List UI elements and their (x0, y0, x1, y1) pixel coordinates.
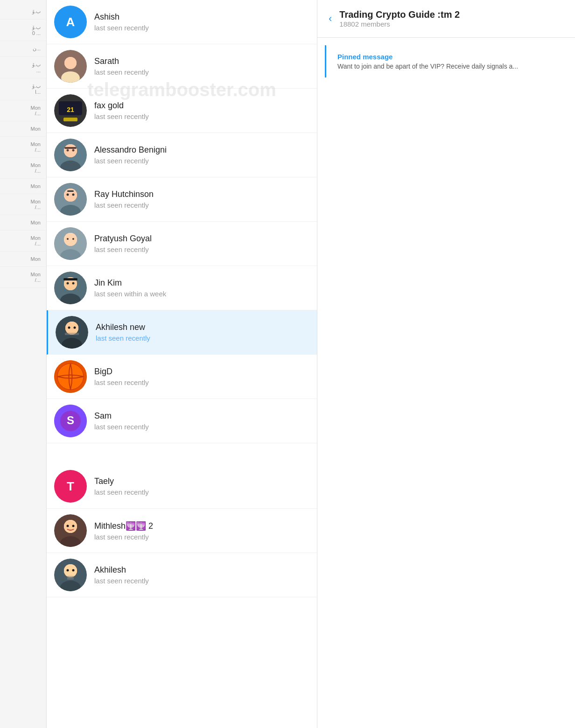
svg-point-19 (67, 194, 69, 196)
contact-status-jin-kim: last seen within a week (94, 290, 309, 298)
contact-status-alessandro: last seen recently (94, 157, 309, 165)
avatar-jin-kim (54, 272, 87, 304)
sidebar-item-12[interactable]: Mon (0, 215, 46, 231)
svg-point-3 (64, 57, 77, 69)
sidebar-item-10[interactable]: Mon (0, 179, 46, 194)
avatar-akhilesh (54, 559, 87, 591)
contact-item-fax-gold[interactable]: 21 fax gold last seen recently (47, 89, 317, 133)
contact-status-akhilesh-new: last seen recently (96, 334, 309, 342)
contact-item-bigd[interactable]: BigD last seen recently (47, 355, 317, 399)
contact-info-fax-gold: fax gold last seen recently (94, 101, 309, 120)
sidebar-item-15[interactable]: Mon/... (0, 267, 46, 288)
svg-point-26 (67, 238, 69, 240)
contact-item-ray[interactable]: Ray Hutchinson last seen recently (47, 177, 317, 222)
svg-point-38 (65, 322, 78, 335)
contact-status-fax-gold: last seen recently (94, 112, 309, 120)
contact-info-akhilesh: Akhilesh last seen recently (94, 565, 309, 585)
contact-item-pratyush[interactable]: Pratyush Goyal last seen recently (47, 222, 317, 266)
contact-status-akhilesh: last seen recently (94, 577, 309, 585)
contact-info-bigd: BigD last seen recently (94, 367, 309, 386)
contact-status-bigd: last seen recently (94, 378, 309, 386)
avatar-akhilesh-new (56, 316, 88, 349)
back-button[interactable]: ‹ (329, 13, 332, 25)
pinned-label: Pinned message (337, 53, 556, 61)
group-members: 18802 members (339, 20, 460, 28)
contact-item-alessandro[interactable]: Alessandro Benigni last seen recently (47, 133, 317, 177)
contact-info-taely: Taely last seen recently (94, 476, 309, 496)
sidebar-item-7[interactable]: Mon (0, 121, 46, 137)
svg-rect-59 (67, 576, 74, 580)
contact-item-mithlesh[interactable]: Mithlesh🕎🕎 2 last seen recently (47, 509, 317, 553)
contact-name-pratyush: Pratyush Goyal (94, 234, 309, 244)
contact-name-akhilesh-new: Akhilesh new (96, 322, 309, 332)
svg-point-40 (74, 327, 76, 329)
contact-status-sam: last seen recently (94, 423, 309, 431)
contact-item-akhilesh[interactable]: Akhilesh last seen recently (47, 553, 317, 597)
contact-info-ashish: Ashish last seen recently (94, 12, 309, 32)
contact-item-akhilesh-new[interactable]: Akhilesh new last seen recently (47, 310, 317, 355)
contact-status-ray: last seen recently (94, 201, 309, 209)
contact-status-mithlesh: last seen recently (94, 533, 309, 541)
pinned-section[interactable]: Pinned message Want to join and be apart… (325, 45, 568, 77)
avatar-bigd (54, 360, 87, 393)
svg-rect-7 (63, 118, 77, 121)
svg-point-27 (72, 238, 74, 240)
contact-info-sarath: Sarath last seen recently (94, 56, 309, 76)
sidebar-item-11[interactable]: Mon/... (0, 194, 46, 215)
sidebar-item-8[interactable]: Mon/... (0, 137, 46, 158)
pinned-text: Want to join and be apart of the VIP? Re… (337, 63, 556, 70)
avatar-taely: T (54, 470, 87, 503)
contact-info-pratyush: Pratyush Goyal last seen recently (94, 234, 309, 253)
contact-info-mithlesh: Mithlesh🕎🕎 2 last seen recently (94, 521, 309, 541)
sidebar-item-4[interactable]: ب.ۆ... (0, 57, 46, 78)
contact-item-sam[interactable]: S Sam last seen recently (47, 399, 317, 443)
sidebar-item-14[interactable]: Mon (0, 252, 46, 267)
sidebar-item-9[interactable]: Mon/... (0, 158, 46, 179)
contact-name-akhilesh: Akhilesh (94, 565, 309, 575)
contact-name-sam: Sam (94, 411, 309, 421)
contact-name-fax-gold: fax gold (94, 101, 309, 111)
contact-name-taely: Taely (94, 476, 309, 486)
svg-point-25 (64, 233, 77, 246)
avatar-ray (54, 183, 87, 216)
svg-rect-34 (63, 278, 77, 280)
contact-status-taely: last seen recently (94, 488, 309, 496)
sidebar-item-1[interactable]: ب.ۆ (0, 4, 46, 20)
contact-list: telegrambooster.com A Ashish last seen r… (47, 0, 317, 728)
svg-point-20 (72, 194, 75, 196)
svg-rect-41 (65, 333, 79, 335)
svg-point-43 (57, 364, 84, 390)
sidebar-item-6[interactable]: Mon/... (0, 100, 46, 121)
svg-point-32 (67, 282, 69, 285)
avatar-pratyush (54, 227, 87, 260)
sidebar-item-13[interactable]: Mon/... (0, 231, 46, 252)
sidebar-item-5[interactable]: ب.ۆا... (0, 78, 46, 100)
contact-name-mithlesh: Mithlesh🕎🕎 2 (94, 521, 309, 531)
svg-point-39 (68, 327, 70, 329)
contact-item-jin-kim[interactable]: Jin Kim last seen within a week (47, 266, 317, 310)
contact-info-sam: Sam last seen recently (94, 411, 309, 431)
contact-status-pratyush: last seen recently (94, 245, 309, 253)
contact-name-bigd: BigD (94, 367, 309, 377)
contact-item-ashish[interactable]: A Ashish last seen recently (47, 0, 317, 44)
svg-point-52 (72, 525, 75, 527)
svg-point-11 (64, 144, 77, 157)
group-name: Trading Crypto Guide :tm 2 (339, 9, 460, 20)
sidebar-item-3[interactable]: ن... (0, 41, 46, 57)
contact-name-alessandro: Alessandro Benigni (94, 145, 309, 155)
svg-point-13 (72, 149, 75, 152)
right-panel: ‹ Trading Crypto Guide :tm 2 18802 membe… (317, 0, 575, 728)
svg-point-33 (72, 282, 75, 285)
avatar-ashish: A (54, 6, 87, 38)
contact-item-taely[interactable]: T Taely last seen recently (47, 464, 317, 509)
sidebar-item-2[interactable]: ب.ۆ0 ... (0, 20, 46, 41)
svg-rect-14 (64, 147, 77, 149)
avatar-sarath (54, 50, 87, 83)
contact-info-akhilesh-new: Akhilesh new last seen recently (96, 322, 309, 342)
contact-name-ray: Ray Hutchinson (94, 189, 309, 199)
contact-item-sarath[interactable]: Sarath last seen recently (47, 44, 317, 89)
avatar-mithlesh (54, 514, 87, 547)
sidebar: ب.ۆ ب.ۆ0 ... ن... ب.ۆ... ب.ۆا... Mon/...… (0, 0, 47, 728)
contact-name-jin-kim: Jin Kim (94, 278, 309, 288)
svg-point-56 (64, 564, 77, 577)
